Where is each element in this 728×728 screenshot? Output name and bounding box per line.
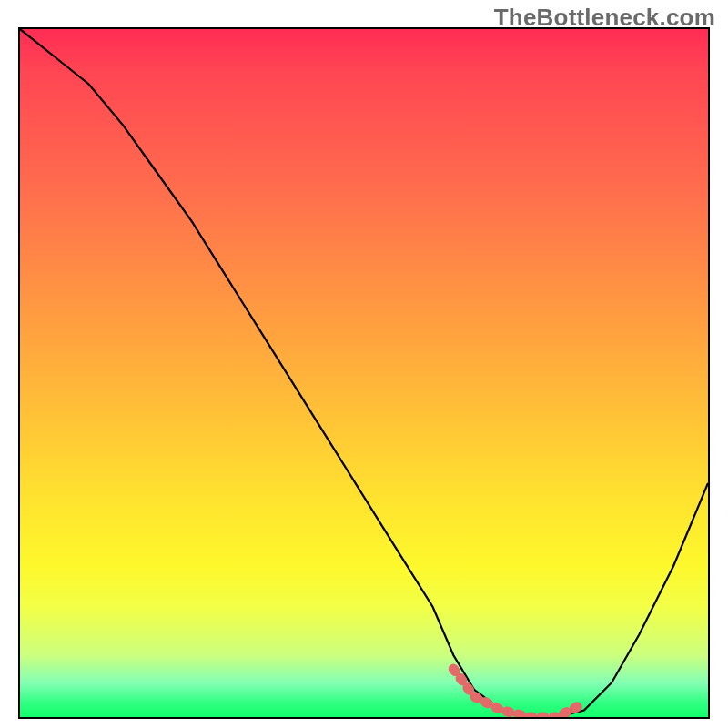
bottleneck-curve-path (20, 29, 708, 717)
optimal-zone-path (453, 669, 584, 717)
chart-container: TheBottleneck.com (0, 0, 728, 728)
watermark-text: TheBottleneck.com (494, 4, 715, 32)
plot-area (18, 27, 710, 719)
chart-svg (20, 29, 708, 717)
